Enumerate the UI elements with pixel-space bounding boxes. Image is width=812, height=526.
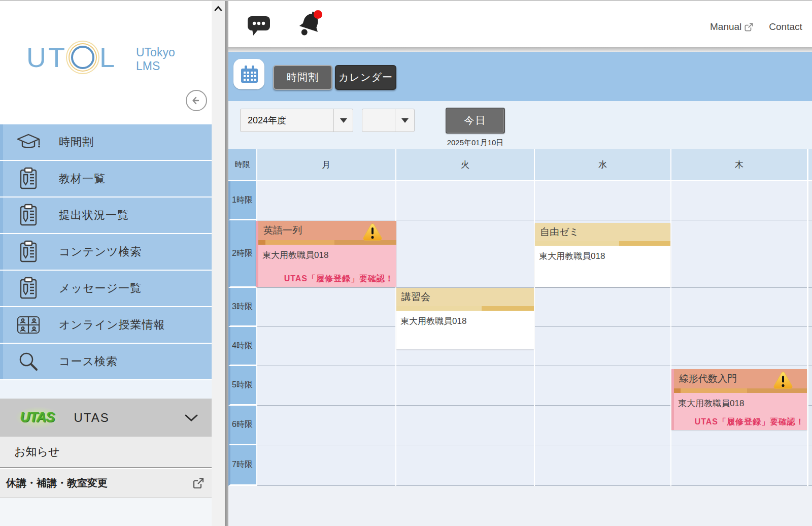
period-label: 2時限: [228, 220, 256, 288]
chevron-up-icon: [213, 5, 223, 12]
timetable-cell: [535, 288, 670, 327]
logo-area: UT L UTokyo LMS: [0, 1, 212, 124]
sidebar-collapse-button[interactable]: [186, 90, 207, 111]
timetable-cell: [257, 445, 395, 486]
course-event-koshukai[interactable]: 講習会 東大用教職員018: [396, 288, 534, 349]
timetable-cell: [671, 288, 807, 327]
day-header-thu: 木: [671, 149, 807, 181]
sidebar-item-online-class[interactable]: オンライン授業情報: [0, 307, 212, 343]
main-content: Manual Contact: [228, 1, 812, 526]
graduation-cap-icon: [14, 132, 43, 152]
course-event-senkei-daisu[interactable]: 線形代数入門 東大用教職員018 UTAS「履修登録」要確認！: [671, 369, 807, 430]
sidebar: UT L UTokyo LMS: [0, 1, 212, 526]
event-instructor: 東大用教職員018: [258, 245, 396, 261]
calendar-grid-icon: [240, 64, 259, 84]
sidebar-item-label: メッセージ一覧: [59, 281, 142, 296]
contact-link[interactable]: Contact: [769, 21, 802, 32]
calendar-view-icon-button[interactable]: [233, 59, 264, 89]
period-label: 7時限: [228, 445, 256, 486]
view-switch-band: 時間割 カレンダー: [228, 52, 812, 101]
manual-link[interactable]: Manual: [710, 21, 754, 32]
sidebar-item-label: 教材一覧: [59, 171, 106, 186]
sidebar-item-timetable[interactable]: 時間割: [0, 124, 212, 160]
utas-link-label: 休講・補講・教室変更: [6, 476, 108, 490]
course-event-eigo-ichiretsu[interactable]: 英語一列 東大用教職員018 UTAS「履修登録」要確認！: [256, 221, 396, 287]
day-header-wed: 水: [535, 149, 670, 181]
timetable-cell: [671, 445, 807, 486]
timetable-cell: [671, 220, 807, 288]
event-title: 線形代数入門: [679, 372, 737, 385]
timetable-cell: [396, 445, 534, 486]
event-utas-warning-note: UTAS「履修登録」要確認！: [284, 274, 394, 284]
sidebar-item-class-changes[interactable]: 休講・補講・教室変更: [0, 469, 212, 498]
period-label: 6時限: [228, 406, 256, 445]
term-select[interactable]: [362, 109, 415, 132]
caret-down-icon: [340, 118, 347, 123]
arrow-left-icon: [190, 94, 202, 107]
contact-label: Contact: [769, 21, 802, 32]
tab-calendar[interactable]: カレンダー: [335, 65, 396, 90]
search-icon: [14, 350, 43, 373]
external-link-icon: [192, 477, 205, 489]
timetable-cell: [808, 220, 812, 288]
course-event-jiyu-zemi[interactable]: 自由ゼミ 東大用教職員018: [535, 223, 670, 287]
event-instructor: 東大用教職員018: [396, 311, 534, 327]
logo-text-before-o: UT: [26, 42, 67, 73]
notification-badge: [314, 10, 322, 19]
chat-icon[interactable]: [247, 14, 271, 37]
period-column-header: 時限: [228, 149, 256, 181]
timetable-cell: [257, 406, 395, 445]
sidebar-gap: [0, 380, 212, 399]
timetable-cell: [257, 288, 395, 327]
sidebar-item-submissions[interactable]: 提出状況一覧: [0, 198, 212, 233]
event-header: 英語一列: [258, 221, 396, 240]
timetable-cell: [535, 445, 670, 486]
timetable-controls: 2024年度 今日 2025年01月10日: [228, 101, 812, 149]
sidebar-item-notices[interactable]: お知らせ: [0, 437, 212, 468]
external-link-icon: [744, 22, 754, 32]
timetable-cell: [396, 220, 534, 288]
timetable-cell: [671, 327, 807, 366]
sidebar-bottom-space: [0, 498, 212, 526]
event-body: 東大用教職員018: [396, 311, 534, 349]
clipboard-icon: [14, 240, 43, 264]
manual-label: Manual: [710, 21, 741, 32]
scroll-up-button[interactable]: [213, 3, 224, 14]
period-label: 4時限: [228, 327, 256, 366]
sidebar-scrollbar[interactable]: [212, 1, 225, 526]
tab-timetable[interactable]: 時間割: [273, 65, 332, 90]
topbar-links: Manual Contact: [710, 21, 802, 32]
timetable-cell: [808, 181, 812, 220]
logo-subtitle-line1: UTokyo: [136, 46, 175, 59]
sidebar-item-label: コンテンツ検索: [59, 244, 142, 259]
event-body: 東大用教職員018 UTAS「履修登録」要確認！: [674, 393, 807, 430]
dropdown-arrow-box: [333, 109, 353, 132]
period-label: 1時限: [228, 181, 256, 220]
timetable-cell: [671, 181, 807, 220]
utol-logo: UT L: [26, 42, 117, 73]
sidebar-item-course-search[interactable]: コース検索: [0, 344, 212, 379]
timetable-cell: [535, 181, 670, 220]
chevron-down-icon: [184, 414, 198, 422]
today-button[interactable]: 今日: [446, 108, 505, 134]
sidebar-item-materials[interactable]: 教材一覧: [0, 161, 212, 196]
timetable-cell: [535, 366, 670, 406]
event-body: 東大用教職員018: [535, 246, 670, 287]
event-utas-warning-note: UTAS「履修登録」要確認！: [695, 417, 804, 428]
caret-down-icon: [401, 118, 409, 123]
day-column-thu: [671, 181, 807, 486]
year-select[interactable]: 2024年度: [240, 109, 353, 132]
sidebar-menu: 時間割 教材一覧 提出状況一覧: [0, 124, 212, 380]
timetable-grid: 時限 月 火 水 木 1時限 2時限 3時限 4時限 5時限 6時限 7時限: [228, 149, 812, 486]
timetable-cell: [808, 366, 812, 406]
sidebar-item-messages[interactable]: メッセージ一覧: [0, 271, 212, 306]
sidebar-utas-header[interactable]: UTAS UTAS: [0, 399, 212, 437]
sidebar-item-content-search[interactable]: コンテンツ検索: [0, 234, 212, 270]
timetable-cell: [808, 327, 812, 366]
utas-label: UTAS: [74, 411, 110, 425]
clipboard-icon: [14, 204, 43, 227]
event-instructor: 東大用教職員018: [674, 393, 807, 409]
timetable-cell: [808, 288, 812, 327]
sidebar-item-label: 提出状況一覧: [59, 208, 129, 223]
clipboard-icon: [14, 277, 43, 300]
